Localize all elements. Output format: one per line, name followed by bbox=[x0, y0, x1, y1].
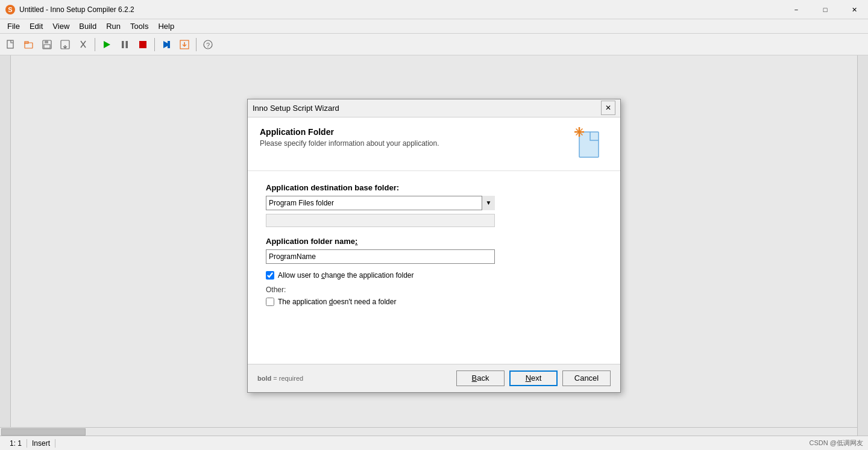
toolbar-export[interactable] bbox=[176, 36, 193, 53]
branding-text: CSDN @低调网友 bbox=[810, 439, 863, 448]
horizontal-scrollbar[interactable] bbox=[0, 427, 857, 436]
left-panel bbox=[0, 55, 11, 436]
no-folder-row: The application doesn't need a folder bbox=[266, 298, 602, 306]
dialog-header-desc: Please specify folder information about … bbox=[260, 139, 572, 148]
path-display bbox=[266, 214, 495, 227]
hint-text: = required bbox=[271, 375, 303, 382]
toolbar-saveas[interactable] bbox=[57, 36, 74, 53]
toolbar-run[interactable] bbox=[98, 36, 115, 53]
scrollbar-thumb[interactable] bbox=[1, 428, 86, 436]
toolbar-help[interactable]: ? bbox=[200, 36, 216, 53]
toolbar: ? bbox=[0, 34, 868, 55]
dialog-header-text: Application Folder Please specify folder… bbox=[260, 127, 572, 148]
right-panel bbox=[857, 55, 868, 436]
window-title: Untitled - Inno Setup Compiler 6.2.2 bbox=[19, 5, 863, 14]
dialog-close-button[interactable]: ✕ bbox=[601, 101, 615, 115]
wizard-dialog: Inno Setup Script Wizard ✕ Application F… bbox=[247, 99, 621, 393]
svg-text:S: S bbox=[8, 6, 12, 13]
dest-select-row: Program Files folder Program Files (x86)… bbox=[266, 196, 602, 210]
dialog-header: Application Folder Please specify folder… bbox=[248, 117, 620, 171]
svg-rect-7 bbox=[44, 45, 50, 48]
svg-rect-14 bbox=[126, 41, 128, 48]
svg-rect-15 bbox=[139, 41, 146, 48]
svg-rect-22 bbox=[579, 132, 599, 157]
footer-hint: bold = required bbox=[257, 375, 456, 382]
status-bar: 1: 1 Insert CSDN @低调网友 bbox=[0, 436, 868, 450]
cursor-position: 1: 1 bbox=[5, 439, 27, 448]
main-area: Inno Setup Script Wizard ✕ Application F… bbox=[0, 55, 868, 436]
hint-bold: bold bbox=[257, 375, 271, 382]
menu-view[interactable]: View bbox=[48, 20, 74, 32]
svg-point-27 bbox=[578, 131, 580, 133]
other-label: Other: bbox=[266, 286, 602, 294]
dest-label: Application destination base folder: bbox=[266, 183, 602, 192]
allow-change-row: Allow user to change the application fol… bbox=[266, 271, 602, 280]
dialog-title: Inno Setup Script Wizard bbox=[253, 104, 601, 113]
no-folder-checkbox[interactable] bbox=[266, 298, 274, 306]
wizard-icon bbox=[572, 127, 608, 163]
dest-select-wrapper: Program Files folder Program Files (x86)… bbox=[266, 196, 495, 210]
menu-edit[interactable]: Edit bbox=[25, 20, 48, 32]
toolbar-new[interactable] bbox=[2, 36, 19, 53]
menu-file[interactable]: File bbox=[2, 20, 25, 32]
next-button[interactable]: Next bbox=[509, 370, 558, 386]
toolbar-sep3 bbox=[196, 38, 197, 51]
folder-name-input[interactable] bbox=[266, 249, 495, 264]
cancel-button[interactable]: Cancel bbox=[562, 370, 611, 386]
window-controls: − □ ✕ bbox=[782, 0, 868, 19]
dialog-footer: bold = required Back Next Cancel bbox=[248, 364, 620, 392]
dialog-title-bar: Inno Setup Script Wizard ✕ bbox=[248, 99, 620, 117]
svg-rect-2 bbox=[7, 40, 13, 48]
toolbar-sep1 bbox=[95, 38, 95, 51]
no-folder-label: The application doesn't need a folder bbox=[278, 298, 396, 306]
title-bar: S Untitled - Inno Setup Compiler 6.2.2 −… bbox=[0, 0, 868, 19]
dialog-overlay: Inno Setup Script Wizard ✕ Application F… bbox=[11, 55, 857, 436]
svg-rect-17 bbox=[168, 41, 170, 48]
window-close-button[interactable]: ✕ bbox=[840, 0, 868, 19]
toolbar-compile[interactable] bbox=[158, 36, 175, 53]
back-button[interactable]: Back bbox=[456, 370, 505, 386]
edit-mode: Insert bbox=[27, 439, 55, 448]
svg-text:?: ? bbox=[206, 41, 210, 48]
toolbar-pause[interactable] bbox=[116, 36, 133, 53]
maximize-button[interactable]: □ bbox=[811, 0, 839, 19]
toolbar-save[interactable] bbox=[39, 36, 55, 53]
app-icon: S bbox=[5, 4, 16, 15]
dialog-body: Application destination base folder: Pro… bbox=[248, 171, 620, 364]
menu-bar: File Edit View Build Run Tools Help bbox=[0, 19, 868, 34]
svg-marker-12 bbox=[104, 41, 110, 48]
toolbar-open[interactable] bbox=[20, 36, 37, 53]
footer-buttons: Back Next Cancel bbox=[456, 370, 611, 386]
menu-tools[interactable]: Tools bbox=[125, 20, 153, 32]
svg-rect-6 bbox=[45, 40, 48, 43]
editor-area: Inno Setup Script Wizard ✕ Application F… bbox=[11, 55, 857, 436]
toolbar-sep2 bbox=[154, 38, 155, 51]
dest-folder-select[interactable]: Program Files folder Program Files (x86)… bbox=[266, 196, 495, 210]
allow-change-checkbox[interactable] bbox=[266, 271, 274, 280]
minimize-button[interactable]: − bbox=[782, 0, 810, 19]
allow-change-label: Allow user to change the application fol… bbox=[278, 271, 414, 280]
menu-run[interactable]: Run bbox=[101, 20, 125, 32]
svg-rect-13 bbox=[122, 41, 124, 48]
folder-name-label: Application folder name: bbox=[266, 237, 602, 246]
menu-help[interactable]: Help bbox=[153, 20, 179, 32]
menu-build[interactable]: Build bbox=[74, 20, 101, 32]
toolbar-stop[interactable] bbox=[134, 36, 151, 53]
dialog-header-title: Application Folder bbox=[260, 127, 572, 137]
toolbar-cut[interactable] bbox=[75, 36, 92, 53]
